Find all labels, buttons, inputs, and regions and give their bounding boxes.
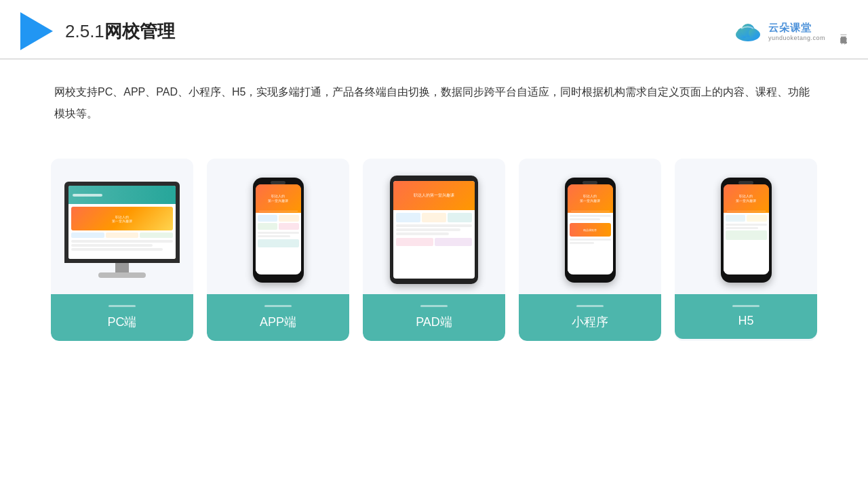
brand-logo: 云朵课堂 yunduoketang.com 教育机构一站式服务云平台 xyxy=(733,20,848,43)
header-left: 2.5.1网校管理 xyxy=(20,12,175,50)
device-phone-h5-icon: 职达人的第一堂兴趣课 xyxy=(721,178,772,283)
card-h5: 职达人的第一堂兴趣课 H5 xyxy=(675,159,817,341)
svg-point-3 xyxy=(749,28,758,38)
description: 网校支持PC、APP、PAD、小程序、H5，实现多端打通，产品各终端自由切换，数… xyxy=(0,60,868,138)
card-h5-label: H5 xyxy=(675,294,817,339)
card-pc-label: PC端 xyxy=(51,294,193,341)
brand-name: 云朵课堂 xyxy=(768,22,812,35)
logo-triangle-icon xyxy=(20,12,53,50)
card-pc-image: 职达人的第一堂兴趣课 xyxy=(51,159,193,294)
card-pad: 职达人的第一堂兴趣课 xyxy=(363,159,505,341)
card-miniprogram-image: 职达人的第一堂兴趣课 精品课推荐 xyxy=(519,159,661,294)
header: 2.5.1网校管理 云朵课堂 yunduoke xyxy=(0,0,868,60)
cards-container: 职达人的第一堂兴趣课 xyxy=(0,145,868,354)
brand-text: 云朵课堂 yunduoketang.com xyxy=(768,22,825,41)
card-app: 职达人的第一堂兴趣课 APP端 xyxy=(207,159,349,341)
card-miniprogram-label: 小程序 xyxy=(519,294,661,341)
card-miniprogram: 职达人的第一堂兴趣课 精品课推荐 小程序 xyxy=(519,159,661,341)
card-pad-image: 职达人的第一堂兴趣课 xyxy=(363,159,505,294)
card-pad-label: PAD端 xyxy=(363,294,505,341)
card-h5-image: 职达人的第一堂兴趣课 xyxy=(675,159,817,294)
card-app-image: 职达人的第一堂兴趣课 xyxy=(207,159,349,294)
device-phone-mini-icon: 职达人的第一堂兴趣课 精品课推荐 xyxy=(565,178,616,283)
card-app-label: APP端 xyxy=(207,294,349,341)
cloud-icon xyxy=(733,20,763,43)
device-pc-icon: 职达人的第一堂兴趣课 xyxy=(64,182,180,278)
device-phone-app-icon: 职达人的第一堂兴趣课 xyxy=(253,178,304,283)
page-title: 2.5.1网校管理 xyxy=(65,20,175,43)
device-tablet-icon: 职达人的第一堂兴趣课 xyxy=(390,176,478,284)
brand-url: yunduoketang.com xyxy=(768,35,825,41)
card-pc: 职达人的第一堂兴趣课 xyxy=(51,159,193,341)
